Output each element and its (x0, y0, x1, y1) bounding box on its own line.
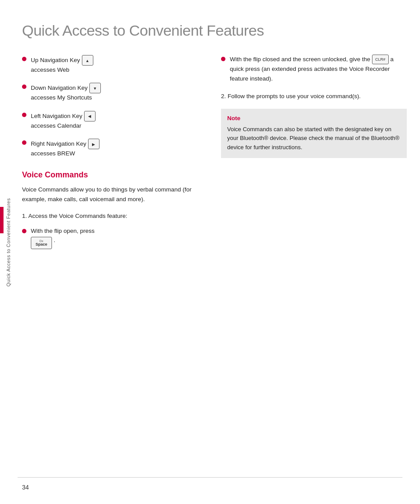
note-box: Note Voice Commands can also be started … (221, 109, 407, 158)
sidebar: Quick Access to Convenient Features (0, 0, 17, 484)
note-body: Voice Commands can also be started with … (227, 125, 401, 151)
note-title: Note (227, 115, 401, 121)
list-item: Left Navigation Key accesses Calendar (22, 110, 208, 130)
bullet-text-after: accesses Web (31, 66, 70, 73)
bullet-text-after: accesses Calendar (31, 122, 81, 129)
columns: Up Navigation Key accesses Web Down Navi… (22, 55, 407, 261)
bottom-rule (18, 477, 402, 478)
bullet-dot (22, 140, 26, 145)
right-bullet-item: With the flip closed and the screen unlo… (221, 55, 407, 84)
page-title: Quick Access to Convenient Features (22, 22, 407, 39)
bullet-text-after: accesses My Shortcuts (31, 94, 92, 101)
right-bullet-content: With the flip closed and the screen unlo… (230, 55, 407, 84)
up-arrow-icon (85, 57, 89, 64)
bullet-dot (22, 113, 26, 117)
bullet-dot (221, 57, 225, 61)
clr-key-icon: CLR# (372, 55, 389, 64)
bullet-text: Up Navigation Key accesses Web (31, 55, 93, 74)
step1-bullets: With the flip open, press Dx Space . (22, 227, 208, 249)
down-arrow-icon (93, 85, 97, 92)
step2-text: 2. Follow the prompts to use your voice … (221, 92, 407, 101)
space-key-bottom: Space (36, 243, 48, 246)
bullet-dot (22, 85, 26, 89)
right-arrow-icon (92, 140, 95, 148)
right-nav-key-icon (88, 139, 99, 149)
main-content: Quick Access to Convenient Features Up N… (22, 13, 407, 469)
up-nav-key-icon (82, 55, 93, 66)
voice-commands-body: Voice Commands allow you to do things by… (22, 185, 208, 204)
list-item: With the flip open, press Dx Space . (22, 227, 208, 249)
bullet-text-before: Left Navigation Key (31, 112, 84, 119)
bullet-text-before: Up Navigation Key (31, 57, 82, 63)
bullet-text: Down Navigation Key accesses My Shortcut… (31, 82, 101, 102)
left-column: Up Navigation Key accesses Web Down Navi… (22, 55, 208, 261)
right-bullet-text1: With the flip closed and the screen unlo… (230, 56, 372, 63)
sidebar-label: Quick Access to Convenient Features (6, 198, 11, 287)
left-arrow-icon (88, 112, 91, 120)
right-column: With the flip closed and the screen unlo… (221, 55, 407, 261)
bullet-text: Right Navigation Key accesses BREW (31, 138, 99, 158)
sidebar-accent (0, 207, 4, 233)
list-item: Right Navigation Key accesses BREW (22, 138, 208, 158)
step1-bullet-content: With the flip open, press Dx Space . (31, 227, 95, 249)
space-key-icon: Dx Space (31, 237, 52, 249)
page-number: 34 (22, 484, 29, 491)
list-item: Down Navigation Key accesses My Shortcut… (22, 82, 208, 102)
bullet-text-before: Right Navigation Key (31, 140, 88, 147)
bullet-text: Left Navigation Key accesses Calendar (31, 110, 96, 130)
step1-label: 1. Access the Voice Commands feature: (22, 212, 208, 221)
step1-period: . (54, 237, 55, 243)
step1-text-before: With the flip open, press (31, 228, 95, 234)
down-nav-key-icon (89, 83, 101, 93)
list-item: Up Navigation Key accesses Web (22, 55, 208, 74)
bullet-dot (22, 57, 26, 61)
left-nav-key-icon (84, 111, 96, 121)
nav-keys-list: Up Navigation Key accesses Web Down Navi… (22, 55, 208, 158)
voice-commands-heading: Voice Commands (22, 170, 208, 180)
bullet-dot (22, 229, 26, 233)
bullet-text-before: Down Navigation Key (31, 85, 89, 91)
bullet-text-after: accesses BREW (31, 150, 75, 157)
